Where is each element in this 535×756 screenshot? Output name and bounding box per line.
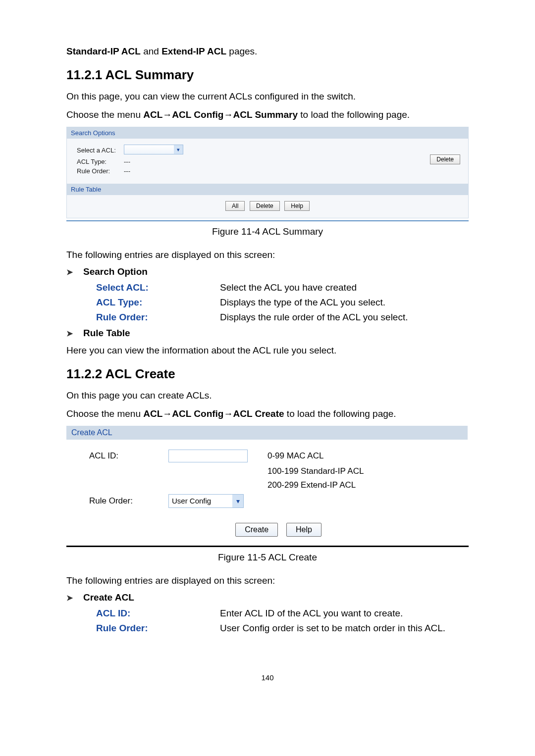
select-acl-dropdown[interactable]: ▾ — [124, 145, 183, 154]
def-rule-order-desc: Displays the rule order of the ACL you s… — [220, 312, 469, 323]
acl-id-note2: 100-199 Standard-IP ACL — [268, 466, 463, 476]
rule-order-label: Rule Order: — [77, 167, 124, 175]
intro-tail: pages. — [226, 46, 257, 56]
bullet-search-option: ➤ Search Option — [66, 266, 469, 277]
rule-table-para: Here you can view the information about … — [66, 344, 469, 357]
create-acl-title-text: Create ACL — [71, 428, 112, 437]
sec1-p2c: to load the following page. — [298, 109, 410, 120]
delete-button[interactable]: Delete — [430, 154, 460, 164]
bullet-rule-table: ➤ Rule Table — [66, 328, 469, 339]
page-number: 140 — [66, 673, 469, 682]
sec2-p2a: Choose the menu — [66, 408, 143, 419]
sec1-entries-intro: The following entries are displayed on t… — [66, 248, 469, 262]
chevron-right-icon: ➤ — [66, 329, 83, 338]
acl-id-note3: 200-299 Extend-IP ACL — [268, 480, 463, 490]
bullet-rule-table-label: Rule Table — [83, 328, 130, 339]
acl-id-label: ACL ID: — [89, 451, 168, 461]
def-acl-id-desc: Enter ACL ID of the ACL you want to crea… — [220, 608, 469, 619]
def-acl-id: ACL ID: Enter ACL ID of the ACL you want… — [66, 608, 469, 619]
acl-type-label: ACL Type: — [77, 158, 124, 165]
rule-order-dropdown[interactable]: User Config ▾ — [168, 494, 244, 508]
sec1-p1: On this page, you can view the current A… — [66, 90, 469, 103]
chevron-down-icon: ▾ — [232, 495, 243, 507]
def-rule-order-2-term: Rule Order: — [96, 623, 220, 634]
help-button[interactable]: Help — [284, 201, 310, 211]
rule-order-selected: User Config — [172, 497, 211, 505]
def-rule-order-term: Rule Order: — [96, 312, 220, 323]
def-acl-type-term: ACL Type: — [96, 297, 220, 308]
rule-table-title: Rule Table — [67, 184, 468, 195]
sec1-p2a: Choose the menu — [66, 109, 143, 120]
help-button-2[interactable]: Help — [286, 523, 321, 537]
acl-summary-panel: Search Options Select a ACL: ▾ ACL Type:… — [66, 127, 469, 218]
def-rule-order-2: Rule Order: User Config order is set to … — [66, 623, 469, 634]
bullet-search-option-label: Search Option — [83, 266, 148, 277]
sec2-p1: On this page you can create ACLs. — [66, 389, 469, 403]
def-select-acl-desc: Select the ACL you have created — [220, 282, 469, 293]
acl-id-note1: 0-99 MAC ACL — [268, 451, 463, 461]
acl-type-value: --- — [124, 158, 421, 165]
sec1-p2b: ACL→ACL Config→ACL Summary — [143, 109, 298, 120]
chevron-right-icon: ➤ — [66, 267, 83, 277]
chevron-right-icon: ➤ — [66, 593, 83, 603]
divider — [66, 546, 469, 547]
sec2-p2b: ACL→ACL Config→ACL Create — [143, 408, 284, 419]
def-select-acl-term: Select ACL: — [96, 282, 220, 293]
create-button[interactable]: Create — [235, 523, 278, 537]
bullet-create-acl: ➤ Create ACL — [66, 592, 469, 603]
select-acl-label: Select a ACL: — [77, 147, 124, 154]
rule-order-label-2: Rule Order: — [89, 496, 168, 506]
delete-button-2[interactable]: Delete — [250, 201, 280, 211]
def-rule-order-2-desc: User Config order is set to be match ord… — [220, 623, 469, 634]
bullet-create-acl-label: Create ACL — [83, 592, 134, 603]
sec2-p2c: to load the following page. — [284, 408, 396, 419]
chevron-down-icon: ▾ — [174, 145, 183, 154]
search-options-title: Search Options — [67, 127, 468, 139]
def-acl-id-term: ACL ID: — [96, 608, 220, 619]
intro-mid: and — [141, 46, 161, 56]
all-button[interactable]: All — [225, 201, 245, 211]
def-rule-order: Rule Order: Displays the rule order of t… — [66, 312, 469, 323]
sec2-p2: Choose the menu ACL→ACL Config→ACL Creat… — [66, 407, 469, 421]
intro-line: Standard-IP ACL and Extend-IP ACL pages. — [66, 45, 469, 58]
sec1-p2: Choose the menu ACL→ACL Config→ACL Summa… — [66, 108, 469, 122]
divider — [66, 220, 469, 221]
def-acl-type-desc: Displays the type of the ACL you select. — [220, 297, 469, 308]
figure-11-4-caption: Figure 11-4 ACL Summary — [66, 226, 469, 237]
acl-id-input[interactable] — [168, 450, 248, 462]
intro-bold-b: Extend-IP ACL — [161, 46, 226, 56]
acl-create-panel: Create ACL ACL ID: 0-99 MAC ACL 100-199 … — [66, 426, 468, 546]
heading-acl-create: 11.2.2 ACL Create — [66, 366, 469, 382]
def-select-acl: Select ACL: Select the ACL you have crea… — [66, 282, 469, 293]
def-acl-type: ACL Type: Displays the type of the ACL y… — [66, 297, 469, 308]
figure-11-5-caption: Figure 11-5 ACL Create — [66, 552, 469, 563]
sec2-entries-intro: The following entries are displayed on t… — [66, 574, 469, 588]
intro-bold-a: Standard-IP ACL — [66, 46, 141, 56]
create-acl-title: Create ACL — [66, 426, 468, 440]
rule-order-value: --- — [124, 167, 421, 175]
heading-acl-summary: 11.2.1 ACL Summary — [66, 67, 469, 83]
